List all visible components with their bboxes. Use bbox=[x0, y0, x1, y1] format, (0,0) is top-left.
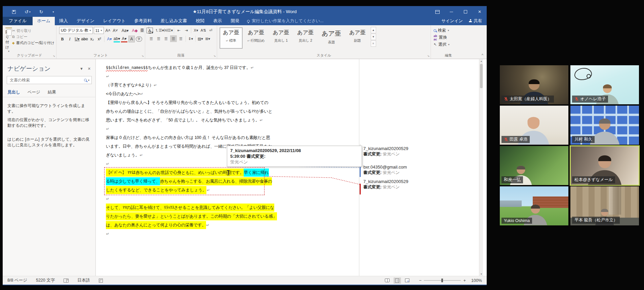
subscript-button[interactable]: x₂ bbox=[89, 36, 95, 42]
cut-button[interactable]: ✂切り取り bbox=[12, 28, 54, 33]
proofing-status-icon[interactable] bbox=[64, 279, 69, 283]
clear-formatting-button[interactable]: A◆ bbox=[132, 27, 138, 34]
video-tile-8[interactable]: 平本 龍吾（松戸市立） bbox=[570, 186, 639, 225]
minimize-button[interactable] bbox=[444, 6, 458, 17]
video-tile-2[interactable]: オノヘレ浩子 bbox=[570, 65, 639, 104]
line-spacing-button[interactable]: ⇕▾ bbox=[187, 35, 194, 42]
style-5[interactable]: あア亜副題 bbox=[346, 28, 369, 48]
paragraph[interactable]: ↵ bbox=[106, 194, 264, 203]
document-line[interactable]: は、あなたの奥さんにとって何よりの心の栄養です。↵ bbox=[106, 221, 264, 229]
document-line[interactable]: <今日のあなたへ>↵ bbox=[106, 89, 264, 98]
font-color-button[interactable]: A▾ bbox=[121, 36, 127, 42]
video-tile-6[interactable]: 松本@きずなメール bbox=[570, 146, 639, 185]
ribbon-tab-6[interactable]: 差し込み文書 bbox=[156, 17, 192, 25]
font-dialog-launcher[interactable]: ⇘ bbox=[142, 55, 144, 58]
justify-button[interactable]: ☰ bbox=[170, 35, 177, 42]
nav-tab-2[interactable]: 結果 bbox=[48, 89, 56, 95]
paste-button[interactable]: 貼り付け ▾ bbox=[5, 27, 12, 52]
bullets-button[interactable]: ⁝☰▾ bbox=[148, 27, 155, 34]
ribbon-tab-1[interactable]: ホーム bbox=[33, 17, 55, 25]
distribute-button[interactable]: ☰ bbox=[177, 35, 184, 42]
nav-tab-0[interactable]: 見出し bbox=[7, 89, 20, 95]
clipboard-dialog-launcher[interactable]: ⇘ bbox=[53, 55, 55, 58]
font-size-combo[interactable]: 11 bbox=[94, 27, 104, 34]
multilevel-list-button[interactable]: ⒜☰▾ bbox=[164, 27, 173, 34]
paragraph[interactable]: （子育てきずなﾒｰﾙより）↵ bbox=[106, 81, 264, 89]
style-4[interactable]: あア亜表題 bbox=[319, 28, 344, 48]
paragraph[interactable]: <今日のあなたへ>↵ bbox=[106, 89, 264, 98]
document-line[interactable]: ↵ bbox=[106, 194, 264, 203]
navigation-pane-options-button[interactable]: ▼ bbox=[80, 67, 83, 71]
document-area[interactable]: $$children_names$$ちゃんが生まれて 0 歳 1 か月、誕生から… bbox=[96, 59, 487, 276]
styles-dialog-launcher[interactable]: ⇘ bbox=[427, 55, 430, 58]
save-button[interactable] bbox=[12, 10, 16, 14]
revision-entry[interactable]: 7_kizunamail20200529 書式変更: 蛍光ペン bbox=[363, 179, 474, 190]
superscript-button[interactable]: x² bbox=[96, 36, 103, 42]
video-tile-4[interactable]: 川村 和久 bbox=[570, 106, 639, 145]
zoom-level[interactable]: 100% bbox=[471, 278, 482, 283]
grow-font-button[interactable]: A˄ bbox=[105, 27, 111, 34]
strikethrough-button[interactable]: abe bbox=[81, 36, 88, 42]
paragraph[interactable]: ↵ bbox=[106, 229, 264, 238]
video-tile-3[interactable]: 田原 卓浩 bbox=[500, 106, 568, 145]
search-dropdown-arrow[interactable]: ▾ bbox=[88, 79, 89, 82]
redo-button[interactable]: ↻ bbox=[39, 9, 43, 14]
style-scroll-down[interactable]: ▼ bbox=[371, 34, 376, 40]
align-left-button[interactable]: ☰ bbox=[148, 35, 155, 42]
style-3[interactable]: あア亜見出し 2 bbox=[294, 28, 317, 48]
zoom-in-button[interactable]: + bbox=[463, 278, 466, 283]
document-line[interactable]: 赤ちゃんの場合はとくに、「自分ががんばらないと」と、気持ちが張っているﾏﾏが多い… bbox=[106, 107, 264, 116]
video-tile-7[interactable]: Yukio Oshima bbox=[500, 186, 568, 225]
video-tile-5[interactable]: 和座一弘 bbox=[500, 146, 568, 185]
document-line[interactable]: ↵ bbox=[106, 72, 264, 81]
document-line[interactable]: $$children_names$$ちゃんが生まれて 0 歳 1 か月、誕生から… bbox=[106, 63, 264, 72]
paragraph-dialog-launcher[interactable]: ⇘ bbox=[213, 55, 216, 58]
sort-button[interactable]: A⇅ bbox=[200, 27, 207, 34]
collapse-ribbon-button[interactable]: ^ bbox=[482, 53, 483, 57]
document-line[interactable]: 思います。完ぺきをめざさず、「50 点でよし!」。 そんな気持ちでいきましょう。… bbox=[106, 116, 264, 124]
document-line[interactable]: （子育てきずなﾒｰﾙより）↵ bbox=[106, 81, 264, 89]
highlight-color-button[interactable]: ab▾ bbox=[114, 36, 120, 42]
find-button[interactable]: 検索 bbox=[434, 27, 463, 34]
paragraph[interactable]: $$children_names$$ちゃんが生まれて 0 歳 1 か月、誕生から… bbox=[106, 63, 264, 72]
document-line[interactable]: 【ﾊﾟﾊﾟへ】 ﾏﾏは赤ちゃんのお世話で心身ともに、めいっぱいの時期です。早く家… bbox=[106, 168, 264, 177]
share-button[interactable]: 共有 bbox=[469, 18, 482, 24]
video-tile-1[interactable]: 太田寛（産婦人科医） bbox=[500, 65, 568, 104]
maximize-button[interactable] bbox=[458, 6, 473, 17]
ribbon-tab-4[interactable]: レイアウト bbox=[99, 17, 130, 25]
borders-button[interactable]: ⊞▾ bbox=[204, 35, 211, 42]
copy-button[interactable]: ⧉コピー bbox=[12, 34, 54, 39]
document-line[interactable]: ↵ bbox=[106, 229, 264, 238]
underline-button[interactable]: U▾ bbox=[74, 36, 80, 42]
enclose-character-button[interactable]: 字 bbox=[136, 36, 142, 42]
document-line[interactable]: りたかったら、妻を愛せよ」ということばがあります。この時期の「大切にされている感… bbox=[106, 212, 264, 221]
paragraph[interactable]: ↵ bbox=[106, 72, 264, 81]
style-2[interactable]: あア亜見出し 1 bbox=[270, 28, 292, 48]
ribbon-tab-2[interactable]: 挿入 bbox=[55, 17, 72, 25]
align-right-button[interactable]: ☰ bbox=[163, 35, 169, 42]
change-case-button[interactable]: Aa▾ bbox=[122, 27, 128, 34]
ribbon-tab-7[interactable]: 校閲 bbox=[191, 17, 209, 25]
vertical-scrollbar[interactable]: ▲ ▼ bbox=[479, 59, 483, 276]
search-input[interactable] bbox=[9, 77, 84, 83]
print-layout-button[interactable] bbox=[394, 278, 401, 284]
ribbon-tab-0[interactable]: ファイル bbox=[3, 17, 33, 25]
document-search-box[interactable]: ▾ bbox=[7, 76, 92, 84]
format-painter-button[interactable]: ◆書式のコピー/貼り付け bbox=[12, 40, 54, 45]
style-0[interactable]: あア亜↵標準 bbox=[220, 28, 242, 48]
paragraph[interactable]: ↵ bbox=[106, 124, 264, 133]
increase-indent-button[interactable]: ⇥ bbox=[183, 27, 190, 34]
italic-button[interactable]: I bbox=[67, 36, 73, 42]
font-name-combo[interactable]: UD デジタル 教 bbox=[59, 27, 93, 34]
document-line[interactable]: る時は少しでも早く帰って、赤ちゃんを抱っこする、お風呂に入れる、掃除洗濯や食事の bbox=[106, 177, 264, 186]
document-line[interactable]: そして、ﾏﾏの話に耳を傾けて、ﾘﾗｯｸｽさせることを意識してみてください。「よい… bbox=[106, 203, 264, 212]
ribbon-display-options-button[interactable] bbox=[430, 6, 444, 17]
ruby-button[interactable]: 亜 bbox=[139, 27, 146, 34]
sign-in-button[interactable]: サインイン bbox=[441, 18, 463, 24]
scrollbar-thumb[interactable] bbox=[480, 64, 483, 88]
revision-entry[interactable]: bxr.04350@gmail.com 書式変更: 蛍光ペン bbox=[363, 165, 474, 175]
text-effects-button[interactable]: A▾ bbox=[106, 36, 113, 42]
select-button[interactable]: ↖選択 bbox=[434, 41, 463, 48]
nav-tab-1[interactable]: ページ bbox=[28, 89, 40, 95]
shrink-font-button[interactable]: A˅ bbox=[112, 27, 119, 34]
